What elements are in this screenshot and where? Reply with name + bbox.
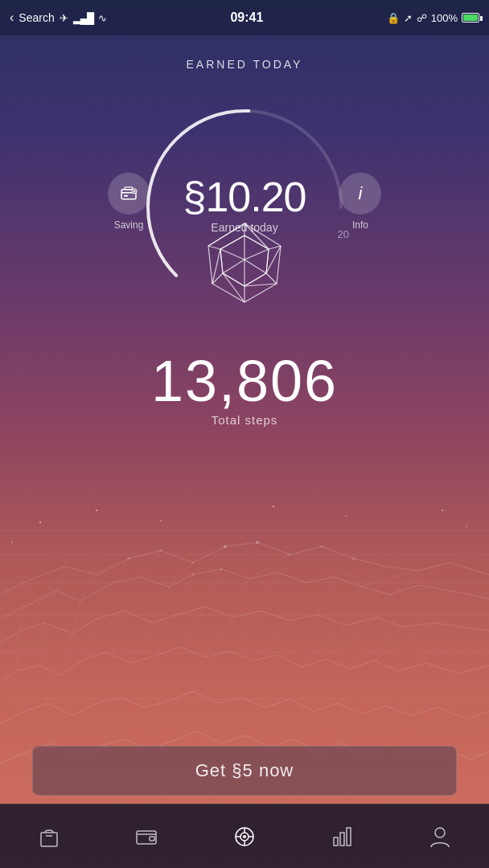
steps-count: 13,806 — [151, 352, 338, 410]
svg-line-87 — [244, 249, 269, 260]
svg-line-97 — [208, 223, 244, 246]
info-icon-circle: i — [339, 173, 381, 215]
svg-point-118 — [435, 828, 445, 837]
nav-item-profile[interactable] — [415, 818, 465, 855]
svg-rect-106 — [137, 831, 156, 844]
info-icon: i — [359, 183, 363, 204]
wallet-icon — [134, 825, 158, 849]
nav-item-shop[interactable] — [24, 818, 74, 855]
svg-rect-107 — [150, 837, 154, 841]
gem-3d — [192, 215, 297, 320]
svg-point-114 — [243, 835, 246, 838]
svg-line-96 — [212, 249, 220, 284]
svg-line-94 — [244, 284, 277, 286]
gauge-container: 20 §10.20 Earned today Saving — [116, 79, 373, 336]
nav-item-stats[interactable] — [318, 818, 368, 855]
airplane-icon: ✈ — [60, 12, 68, 24]
wifi-icon: ∿ — [98, 12, 107, 24]
shop-icon — [37, 825, 61, 849]
svg-line-95 — [223, 273, 244, 302]
bluetooth-icon: ☍ — [417, 12, 427, 24]
stats-icon — [331, 825, 355, 849]
svg-line-101 — [220, 249, 223, 273]
status-bar: ‹ Search ✈ ▂▄█ ∿ 09:41 🔒 ➚ ☍ 100% — [0, 0, 489, 35]
svg-line-88 — [244, 260, 266, 273]
status-right: 🔒 ➚ ☍ 100% — [387, 12, 479, 24]
nav-item-wallet[interactable] — [121, 818, 171, 855]
back-label[interactable]: Search — [18, 11, 54, 24]
location-icon: ➚ — [404, 12, 413, 24]
svg-line-100 — [223, 273, 244, 286]
svg-rect-116 — [340, 833, 344, 845]
status-time: 09:41 — [230, 10, 263, 25]
svg-line-90 — [223, 260, 244, 273]
page-title: EARNED TODAY — [187, 58, 303, 71]
info-button[interactable]: i Info — [339, 173, 381, 231]
home-icon — [232, 825, 257, 849]
signal-icon: ▂▄█ — [73, 12, 93, 24]
svg-rect-104 — [41, 833, 57, 846]
svg-rect-117 — [347, 828, 351, 845]
cta-label: Get §5 now — [195, 760, 294, 781]
svg-line-85 — [208, 246, 220, 249]
status-left: ‹ Search ✈ ▂▄█ ∿ — [10, 10, 107, 25]
svg-line-99 — [244, 273, 266, 286]
steps-area: 13,806 Total steps — [151, 352, 338, 427]
saving-label: Saving — [114, 219, 144, 231]
nav-item-home[interactable] — [220, 818, 269, 855]
svg-rect-73 — [124, 195, 128, 197]
svg-line-103 — [244, 235, 269, 249]
page-content: EARNED TODAY 20 §10.20 Earned today — [0, 35, 489, 868]
svg-line-102 — [220, 235, 244, 249]
steps-label: Total steps — [151, 413, 338, 427]
svg-rect-74 — [125, 187, 133, 190]
info-label: Info — [352, 219, 368, 231]
bottom-nav — [0, 804, 489, 868]
back-arrow[interactable]: ‹ — [10, 10, 14, 25]
battery-percent: 100% — [431, 12, 458, 24]
lock-icon: 🔒 — [387, 12, 400, 24]
saving-button[interactable]: Saving — [108, 173, 150, 231]
cta-button[interactable]: Get §5 now — [32, 746, 457, 796]
svg-line-82 — [266, 273, 277, 284]
saving-icon — [108, 173, 150, 215]
svg-rect-115 — [334, 837, 338, 845]
profile-icon — [428, 825, 452, 849]
battery-icon — [462, 13, 479, 23]
svg-line-91 — [220, 249, 244, 260]
earned-amount: §10.20 — [183, 176, 306, 218]
